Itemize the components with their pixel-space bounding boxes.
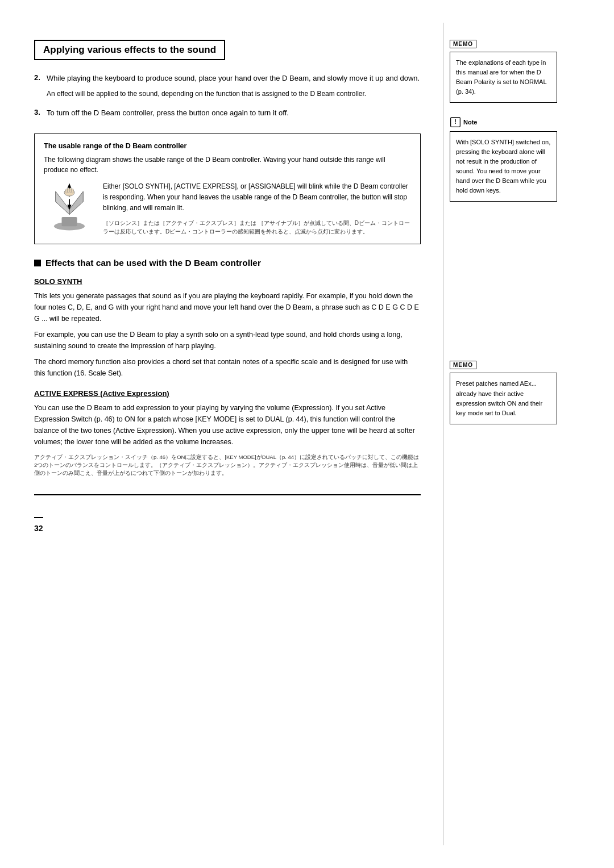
sidebar-note1: ! Note With [SOLO SYNTH] switched on, pr…	[450, 116, 557, 202]
step-number-2: 2.	[34, 73, 47, 82]
svg-marker-3	[67, 183, 71, 189]
note-icon: !	[450, 116, 461, 128]
memo2-label: MEMO	[450, 361, 557, 369]
note1-text-label: Note	[463, 119, 477, 126]
solo-synth-para3: The chord memory function also provides …	[34, 356, 421, 379]
memo2-icon: MEMO	[450, 361, 476, 369]
active-express-para1: You can use the D Beam to add expression…	[34, 402, 421, 448]
section2-title: Effects that can be used with the D Beam…	[45, 258, 261, 268]
step-3-main: To turn off the D Beam controller, press…	[47, 107, 421, 119]
dbeam-diagram	[44, 181, 95, 234]
memo1-text: The explanations of each type in this ma…	[450, 52, 557, 103]
svg-rect-10	[72, 189, 74, 193]
section2-heading: Effects that can be used with the D Beam…	[34, 258, 421, 268]
info-box-text: Either [SOLO SYNTH], [ACTIVE EXPRESS], o…	[103, 181, 411, 214]
page-footer: 32	[34, 494, 421, 533]
page-number: 32	[34, 517, 43, 533]
active-express-section: ACTIVE EXPRESS (Active Expression) You c…	[34, 389, 421, 478]
svg-rect-7	[66, 189, 68, 193]
note1-text: With [SOLO SYNTH] switched on, pressing …	[450, 131, 557, 202]
sidebar-memo1: MEMO The explanations of each type in th…	[450, 40, 557, 103]
solo-synth-title: SOLO SYNTH	[34, 277, 421, 286]
step-2-content: While playing the keyboard to produce so…	[47, 73, 421, 99]
svg-rect-9	[70, 188, 72, 193]
section-heading: Applying various effects to the sound	[34, 40, 225, 60]
info-box: The usable range of the D Beam controlle…	[34, 133, 421, 244]
main-content: Applying various effects to the sound 2.…	[0, 23, 443, 845]
active-express-japanese: アクティブ・エクスプレッション・スイッチ（p. 46）をONに設定すると、[KE…	[34, 453, 421, 478]
memo1-icon: MEMO	[450, 40, 476, 48]
step-number-3: 3.	[34, 108, 47, 116]
memo2-text: Preset patches named AEx... already have…	[450, 373, 557, 424]
step-2-main: While playing the keyboard to produce so…	[47, 73, 421, 84]
info-box-title: The usable range of the D Beam controlle…	[44, 142, 411, 150]
solo-synth-para2: For example, you can use the D Beam to p…	[34, 329, 421, 352]
step-3-content: To turn off the D Beam controller, press…	[47, 107, 421, 123]
section-title: Applying various effects to the sound	[43, 44, 216, 56]
svg-rect-1	[62, 217, 77, 226]
info-box-japanese: ［ソロシンス］または［アクティブ・エクスプレス］または ［アサイナブル］が点滅し…	[103, 219, 411, 236]
svg-text:!: !	[454, 119, 457, 126]
info-box-description: The following diagram shows the usable r…	[44, 155, 411, 176]
step-2: 2. While playing the keyboard to produce…	[34, 73, 421, 99]
memo1-label: MEMO	[450, 40, 557, 48]
step-3: 3. To turn off the D Beam controller, pr…	[34, 107, 421, 123]
svg-rect-8	[68, 188, 69, 193]
bullet-square	[34, 260, 41, 266]
solo-synth-para1: This lets you generate passages that sou…	[34, 290, 421, 324]
note1-label: ! Note	[450, 116, 557, 128]
active-express-title: ACTIVE EXPRESS (Active Expression)	[34, 389, 421, 398]
sidebar-memo2: MEMO Preset patches named AEx... already…	[450, 361, 557, 424]
step-2-sub: An effect will be applied to the sound, …	[47, 89, 421, 99]
solo-synth-section: SOLO SYNTH This lets you generate passag…	[34, 277, 421, 379]
info-box-body: Either [SOLO SYNTH], [ACTIVE EXPRESS], o…	[44, 181, 411, 236]
info-box-text-area: Either [SOLO SYNTH], [ACTIVE EXPRESS], o…	[103, 181, 411, 236]
sidebar: MEMO The explanations of each type in th…	[443, 23, 569, 845]
